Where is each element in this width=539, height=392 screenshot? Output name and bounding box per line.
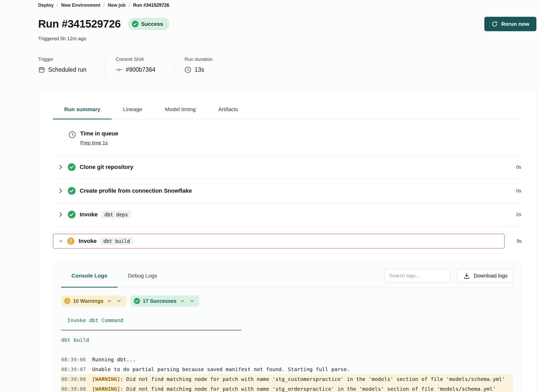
step-invoke-dbt-build[interactable]: Invoke dbt build 9s: [53, 234, 522, 249]
triggered-timestamp: Triggered 5h 12m ago: [38, 36, 536, 42]
log-timestamp: 08:39:07: [61, 366, 86, 372]
log-text: Invoke dbt Command: [61, 317, 123, 323]
step-duration: 9s: [508, 238, 522, 244]
step-command-chip: dbt deps: [101, 211, 131, 218]
calendar-icon: [38, 66, 45, 73]
successes-prev-button[interactable]: [179, 299, 186, 303]
warnings-badge-label: 10 Warnings: [73, 298, 103, 304]
meta-commit-value-row: #900b7364: [116, 66, 155, 73]
rerun-now-button[interactable]: Rerun now: [484, 17, 537, 31]
chevron-right-icon: [59, 165, 63, 170]
warnings-next-button[interactable]: [116, 299, 123, 303]
log-timestamp: 08:39:08: [61, 376, 86, 382]
log-line: dbt build: [61, 335, 513, 345]
log-warning-line: 08:39:08[WARNING]: Did not find matching…: [61, 374, 513, 384]
rerun-now-label: Rerun now: [501, 21, 529, 27]
check-circle-icon: [132, 21, 138, 27]
log-line: 08:39:07Unable to do partial parsing bec…: [61, 364, 513, 374]
log-divider-line: ────────────────────────────────────────…: [61, 325, 513, 335]
log-text: : Did not find matching node for patch w…: [120, 376, 505, 382]
log-text: ────────────────────────────────────────…: [61, 327, 241, 333]
step-invoke-dbt-deps[interactable]: Invoke dbt deps 2s: [53, 203, 522, 226]
step-label: Create profile from connection Snowflake: [80, 187, 192, 194]
log-text: Unable to do partial parsing because sav…: [92, 366, 350, 372]
chevron-down-icon: [190, 300, 194, 302]
breadcrumb-item-job[interactable]: New job: [108, 3, 126, 8]
step-label: Invoke: [80, 211, 98, 218]
meta-duration-value: 13s: [194, 66, 204, 73]
success-check-icon: [68, 163, 76, 171]
success-check-icon: [68, 211, 76, 218]
step-duration: 2s: [508, 212, 521, 217]
step-duration: 0s: [508, 188, 521, 194]
step-clone-git-repository[interactable]: Clone git repository 0s: [53, 155, 522, 179]
chevron-down-icon: [117, 300, 121, 302]
clock-icon: [68, 131, 76, 138]
log-timestamp: 08:39:06: [61, 356, 86, 363]
successes-next-button[interactable]: [189, 299, 195, 303]
status-badge-label: Success: [141, 21, 163, 27]
tab-model-timing[interactable]: Model timing: [154, 105, 207, 119]
meta-trigger-label: Trigger: [38, 56, 86, 62]
warning-icon: [67, 238, 75, 245]
chevron-down-icon: [59, 239, 63, 244]
tab-lineage[interactable]: Lineage: [112, 105, 154, 119]
log-line: Invoke dbt Command: [61, 315, 513, 325]
meta-commit-label: Commit SHA: [116, 56, 155, 62]
prep-time-link[interactable]: Prep time 1s: [80, 140, 108, 146]
page-header: Run #341529726 Success Rerun now: [38, 17, 536, 31]
breadcrumb: Deploy / New Environment / New job / Run…: [38, 3, 536, 8]
step-create-profile-snowflake[interactable]: Create profile from connection Snowflake…: [53, 179, 522, 203]
successes-badge[interactable]: 17 Successes: [131, 295, 199, 307]
breadcrumb-item-deploy[interactable]: Deploy: [38, 3, 54, 8]
logs-header: Console Logs Debug Logs Download logs: [61, 264, 513, 288]
step-invoke-dbt-build-header[interactable]: Invoke dbt build: [53, 234, 505, 249]
warning-icon: [64, 298, 70, 304]
meta-trigger-value: Scheduled run: [48, 66, 86, 73]
log-blank-line: [61, 345, 513, 355]
chevron-right-icon: [59, 188, 63, 193]
git-commit-icon: [116, 66, 123, 73]
breadcrumb-separator: /: [57, 3, 58, 8]
refresh-icon: [492, 21, 498, 27]
step-label: Clone git repository: [80, 164, 133, 170]
tab-console-logs[interactable]: Console Logs: [61, 264, 118, 287]
tab-run-summary[interactable]: Run summary: [53, 105, 112, 119]
time-in-queue-title: Time in queue: [80, 130, 118, 137]
success-check-icon: [68, 187, 76, 195]
time-in-queue-section: Time in queue Prep time 1s: [53, 119, 522, 155]
warnings-prev-button[interactable]: [106, 299, 113, 303]
log-text: Running dbt...: [92, 356, 136, 363]
run-summary-card: Run summary Lineage Model timing Artifac…: [38, 92, 536, 392]
page-title: Run #341529726: [38, 18, 121, 30]
breadcrumb-item-run: Run #341529726: [133, 3, 169, 8]
log-line: 08:39:06Running dbt...: [61, 355, 513, 364]
meta-commit: Commit SHA #900b7364: [116, 56, 174, 78]
log-warning-tag: [WARNING]: [92, 376, 120, 382]
time-in-queue-text: Time in queue Prep time 1s: [80, 130, 118, 146]
status-badge: Success: [128, 18, 169, 30]
tab-artifacts[interactable]: Artifacts: [207, 105, 249, 119]
download-logs-button[interactable]: Download logs: [457, 269, 513, 283]
search-logs-input[interactable]: [385, 269, 451, 283]
log-warning-line: 08:39:08[WARNING]: Did not find matching…: [61, 384, 513, 392]
clock-icon: [184, 66, 191, 73]
step-duration: 0s: [508, 164, 521, 170]
warnings-badge[interactable]: 10 Warnings: [61, 295, 126, 307]
check-circle-icon: [134, 298, 140, 304]
log-text: dbt build: [61, 337, 89, 343]
meta-duration-value-row: 13s: [184, 66, 213, 73]
download-icon: [463, 272, 470, 279]
download-logs-label: Download logs: [474, 273, 508, 279]
tab-debug-logs[interactable]: Debug Logs: [118, 264, 167, 287]
chevron-up-icon: [108, 300, 111, 302]
breadcrumb-separator: /: [129, 3, 130, 8]
logs-tabs: Console Logs Debug Logs: [61, 264, 167, 287]
log-filter-badges: 10 Warnings 17 Successes: [61, 295, 513, 307]
meta-divider: [105, 58, 105, 78]
meta-duration: Run duration 13s: [184, 56, 231, 78]
meta-commit-value: #900b7364: [126, 66, 155, 73]
page: Deploy / New Environment / New job / Run…: [0, 0, 539, 392]
logs-controls: Download logs: [385, 269, 513, 283]
breadcrumb-item-environment[interactable]: New Environment: [61, 3, 100, 8]
